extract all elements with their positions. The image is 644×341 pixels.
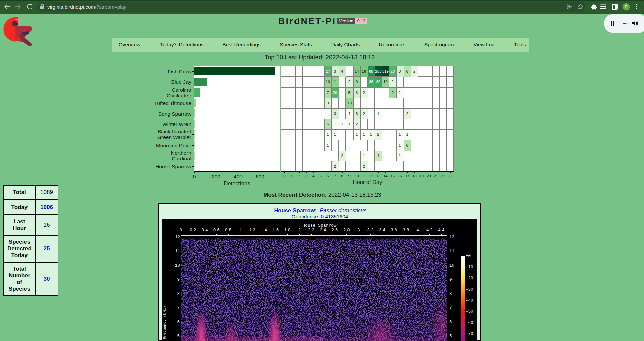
svg-text:P: P [625, 4, 628, 9]
